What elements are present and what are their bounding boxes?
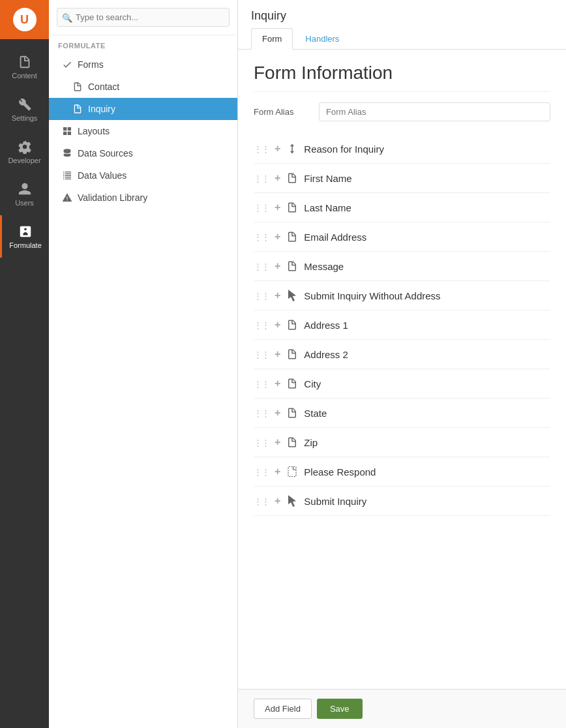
table-row: ⋮⋮ + Last Name [254, 193, 550, 222]
drag-handle[interactable]: ⋮⋮ [254, 379, 269, 389]
drag-handle[interactable]: ⋮⋮ [254, 174, 269, 183]
doc-icon [286, 201, 299, 214]
add-field-button[interactable]: + [275, 290, 280, 301]
form-info-title: Form Information [254, 63, 550, 92]
field-label: Please Respond [304, 466, 376, 478]
add-field-button[interactable]: + [275, 349, 280, 359]
form-info-section: Form Information Form Alias ⋮⋮ + Reason … [238, 50, 566, 689]
search-icon: 🔍 [62, 12, 72, 22]
sidebar-item-forms[interactable]: Forms [49, 53, 237, 76]
sidebar-layouts-label: Layouts [78, 126, 110, 136]
nav-item-users[interactable]: Users [0, 173, 49, 215]
sidebar-item-data-values[interactable]: Data Values [49, 164, 237, 187]
table-row: ⋮⋮ + City [254, 369, 550, 399]
save-button[interactable]: Save [317, 699, 363, 719]
nav-logo: U [0, 0, 49, 39]
doc-icon [286, 260, 299, 273]
drag-handle[interactable]: ⋮⋮ [254, 496, 269, 506]
table-row: ⋮⋮ + Reason for Inquiry [254, 134, 550, 164]
drag-handle[interactable]: ⋮⋮ [254, 467, 269, 477]
add-field-button[interactable]: + [275, 232, 280, 242]
form-alias-input[interactable] [319, 102, 550, 121]
field-label: First Name [304, 173, 351, 184]
drag-handle[interactable]: ⋮⋮ [254, 203, 269, 213]
search-input[interactable] [57, 8, 230, 27]
drag-handle[interactable]: ⋮⋮ [254, 320, 269, 330]
nav-settings-label: Settings [12, 114, 38, 122]
field-label: Address 2 [304, 349, 348, 360]
logo-icon: U [13, 8, 37, 31]
field-label: Address 1 [304, 320, 348, 331]
add-field-button[interactable]: Add Field [254, 699, 312, 719]
add-field-button[interactable]: + [275, 202, 280, 213]
doc-icon [286, 406, 299, 419]
sidebar-validation-label: Validation Library [78, 192, 147, 203]
add-field-button[interactable]: + [275, 320, 280, 330]
sidebar-forms-label: Forms [78, 59, 104, 70]
add-field-button[interactable]: + [275, 408, 280, 418]
db-icon [62, 148, 72, 159]
drag-handle[interactable]: ⋮⋮ [254, 232, 269, 242]
doc-dashed-icon [286, 465, 299, 478]
nav-item-content[interactable]: Content [0, 46, 49, 88]
field-label: Submit Inquiry [304, 496, 366, 507]
table-row: ⋮⋮ + Email Address [254, 222, 550, 252]
add-field-button[interactable]: + [275, 378, 280, 389]
main-tabs: Form Handlers [251, 28, 553, 49]
drag-handle[interactable]: ⋮⋮ [254, 144, 269, 154]
table-row: ⋮⋮ + Submit Inquiry [254, 487, 550, 516]
nav-developer-label: Developer [8, 157, 40, 164]
field-label: Last Name [304, 202, 351, 213]
nav-item-settings[interactable]: Settings [0, 88, 49, 130]
sidebar-item-inquiry[interactable]: Inquiry [49, 98, 237, 120]
add-field-button[interactable]: + [275, 144, 280, 154]
drag-handle[interactable]: ⋮⋮ [254, 291, 269, 301]
sidebar-item-contact[interactable]: Contact [49, 76, 237, 98]
nav-item-developer[interactable]: Developer [0, 130, 49, 173]
svg-rect-1 [288, 467, 296, 477]
main-content: Inquiry Form Handlers Form Information F… [238, 0, 566, 728]
tab-handlers[interactable]: Handlers [294, 28, 350, 49]
cursor-icon [286, 289, 299, 302]
field-label: Reason for Inquiry [304, 144, 384, 155]
add-field-button[interactable]: + [275, 261, 280, 271]
doc-icon [286, 172, 299, 185]
add-field-button[interactable]: + [275, 173, 280, 183]
sidebar: 🔍 FORMULATE Forms Contact Inquiry Layout… [49, 0, 238, 728]
nav-users-label: Users [15, 199, 34, 207]
drag-handle[interactable]: ⋮⋮ [254, 438, 269, 447]
sidebar-data-values-label: Data Values [78, 170, 127, 181]
formulate-icon [18, 224, 33, 239]
drag-handle[interactable]: ⋮⋮ [254, 350, 269, 359]
table-row: ⋮⋮ + Zip [254, 428, 550, 457]
form-doc-icon [72, 82, 83, 92]
doc-icon [286, 348, 299, 361]
check-form-icon [62, 59, 72, 70]
table-row: ⋮⋮ + Address 1 [254, 311, 550, 340]
sidebar-item-validation-library[interactable]: Validation Library [49, 187, 237, 209]
tab-form[interactable]: Form [251, 28, 293, 50]
sidebar-contact-label: Contact [88, 82, 119, 92]
add-field-button[interactable]: + [275, 437, 280, 447]
sidebar-item-layouts[interactable]: Layouts [49, 120, 237, 142]
drag-handle[interactable]: ⋮⋮ [254, 262, 269, 271]
file-icon [18, 55, 32, 69]
form-alias-row: Form Alias [254, 102, 550, 121]
doc-icon [286, 230, 299, 243]
sidebar-inquiry-label: Inquiry [88, 104, 115, 114]
nav-item-formulate[interactable]: Formulate [0, 215, 49, 258]
warning-icon [62, 192, 72, 203]
nav-content-label: Content [12, 72, 37, 80]
add-field-button[interactable]: + [275, 496, 280, 506]
wrench-icon [18, 97, 32, 112]
table-row: ⋮⋮ + State [254, 399, 550, 428]
sort-arrows-icon [286, 142, 299, 155]
drag-handle[interactable]: ⋮⋮ [254, 408, 269, 418]
add-field-button[interactable]: + [275, 466, 280, 477]
table-row: ⋮⋮ + Address 2 [254, 340, 550, 369]
field-label: Zip [304, 437, 318, 448]
field-label: State [304, 408, 327, 419]
search-bar: 🔍 [49, 0, 237, 35]
sidebar-item-data-sources[interactable]: Data Sources [49, 142, 237, 164]
table-row: ⋮⋮ + Please Respond [254, 457, 550, 487]
